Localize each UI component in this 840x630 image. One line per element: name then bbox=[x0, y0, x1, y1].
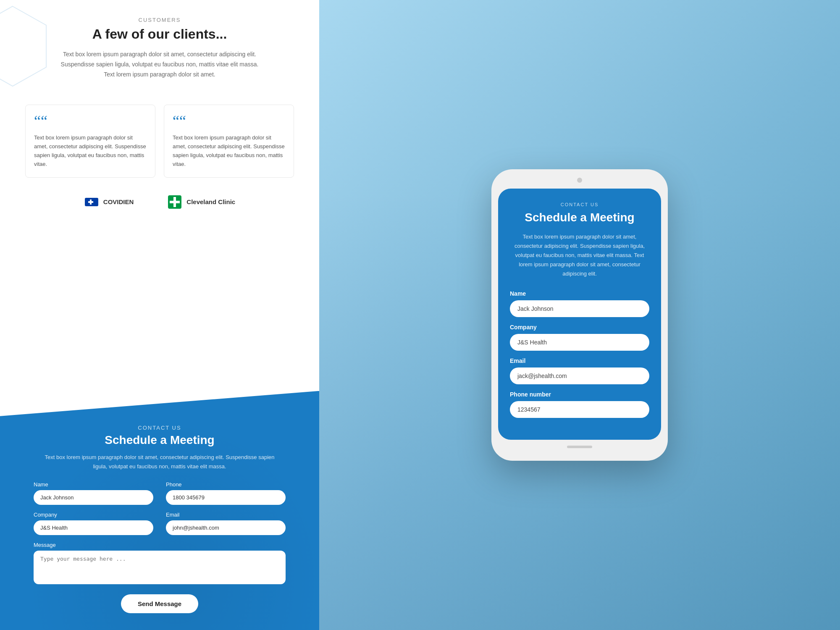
phone-phone-label: Phone number bbox=[510, 391, 649, 398]
customers-desc: Text box lorem ipsum paragraph dolor sit… bbox=[55, 50, 265, 79]
testimonials-row: ““ Text box lorem ipsum paragraph dolor … bbox=[0, 105, 319, 177]
phone-contact-label: CONTACT US bbox=[510, 202, 649, 207]
testimonial-text-2: Text box lorem ipsum paragraph dolor sit… bbox=[173, 134, 285, 168]
testimonial-card-2: ““ Text box lorem ipsum paragraph dolor … bbox=[164, 105, 294, 177]
quote-mark-1: ““ bbox=[34, 113, 147, 129]
phone-desc: Text box lorem ipsum paragraph dolor sit… bbox=[510, 232, 649, 278]
phone-field: Phone bbox=[166, 481, 286, 505]
send-button[interactable]: Send Message bbox=[121, 594, 198, 613]
name-label: Name bbox=[34, 481, 153, 488]
phone-email-label: Email bbox=[510, 357, 649, 364]
covidien-label: COVIDIEN bbox=[103, 198, 134, 205]
email-label: Email bbox=[166, 512, 286, 518]
company-input[interactable] bbox=[34, 520, 153, 535]
message-field: Message bbox=[34, 542, 286, 586]
phone-title: Schedule a Meeting bbox=[510, 210, 649, 225]
phone-name-input[interactable] bbox=[510, 300, 649, 317]
svg-marker-0 bbox=[0, 6, 46, 86]
cleveland-icon bbox=[167, 194, 182, 210]
phone-company-field: Company bbox=[510, 324, 649, 351]
testimonial-text-1: Text box lorem ipsum paragraph dolor sit… bbox=[34, 134, 147, 168]
phone-name-field: Name bbox=[510, 290, 649, 317]
contact-desc: Text box lorem ipsum paragraph dolor sit… bbox=[42, 453, 277, 471]
phone-home-bar bbox=[567, 446, 592, 448]
clients-row: COVIDIEN Cleveland Clinic bbox=[0, 190, 319, 222]
company-field: Company bbox=[34, 512, 153, 535]
phone-email-input[interactable] bbox=[510, 368, 649, 384]
phone-email-field: Email bbox=[510, 357, 649, 384]
phone-phone-field: Phone number bbox=[510, 391, 649, 418]
phone-company-label: Company bbox=[510, 324, 649, 331]
phone-camera bbox=[577, 178, 582, 183]
client-cleveland: Cleveland Clinic bbox=[167, 194, 235, 210]
left-panel: CUSTOMERS A few of our clients... Text b… bbox=[0, 0, 319, 630]
company-label: Company bbox=[34, 512, 153, 518]
svg-rect-6 bbox=[170, 201, 180, 203]
phone-company-input[interactable] bbox=[510, 334, 649, 351]
cleveland-label: Cleveland Clinic bbox=[186, 198, 235, 205]
hexagon-decoration bbox=[0, 4, 50, 88]
covidien-icon bbox=[84, 194, 99, 210]
phone-mockup: CONTACT US Schedule a Meeting Text box l… bbox=[491, 169, 668, 461]
message-label: Message bbox=[34, 542, 286, 548]
phone-name-label: Name bbox=[510, 290, 649, 297]
contact-section: CONTACT US Schedule a Meeting Text box l… bbox=[0, 391, 319, 630]
right-panel: CONTACT US Schedule a Meeting Text box l… bbox=[319, 0, 840, 630]
contact-title: Schedule a Meeting bbox=[34, 433, 286, 447]
name-input[interactable] bbox=[34, 490, 153, 505]
customers-label: CUSTOMERS bbox=[34, 17, 286, 23]
email-field: Email bbox=[166, 512, 286, 535]
quote-mark-2: ““ bbox=[173, 113, 285, 129]
customers-title: A few of our clients... bbox=[34, 26, 286, 42]
phone-label: Phone bbox=[166, 481, 286, 488]
name-field: Name bbox=[34, 481, 153, 505]
phone-input[interactable] bbox=[166, 490, 286, 505]
svg-rect-3 bbox=[88, 201, 93, 203]
message-textarea[interactable] bbox=[34, 551, 286, 584]
contact-label: CONTACT US bbox=[34, 425, 286, 431]
phone-phone-input[interactable] bbox=[510, 401, 649, 418]
email-input[interactable] bbox=[166, 520, 286, 535]
phone-screen: CONTACT US Schedule a Meeting Text box l… bbox=[498, 189, 661, 440]
client-covidien: COVIDIEN bbox=[84, 194, 134, 210]
testimonial-card-1: ““ Text box lorem ipsum paragraph dolor … bbox=[25, 105, 155, 177]
